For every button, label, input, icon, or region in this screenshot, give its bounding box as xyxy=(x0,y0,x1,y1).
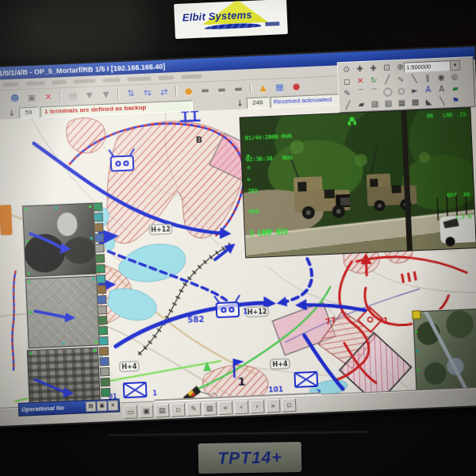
feed-arrow-icon[interactable]: ↓ xyxy=(7,109,17,118)
area-icon[interactable]: ▰ xyxy=(448,83,463,94)
polyline-icon[interactable]: ∿ xyxy=(393,74,408,85)
filter-icon[interactable]: ▼ xyxy=(83,89,97,102)
mini-close-button[interactable]: ✕ xyxy=(108,401,119,412)
sb-end-button[interactable]: ▫ xyxy=(282,398,297,413)
highlight-icon[interactable]: ⊙ xyxy=(340,63,354,75)
time-label-h4-b[interactable]: H+4 xyxy=(271,359,290,369)
layer-tile[interactable] xyxy=(100,378,109,387)
pan-icon[interactable]: ✚ xyxy=(353,63,367,75)
menu-item[interactable] xyxy=(2,83,18,87)
recon-thumbnail-ir[interactable] xyxy=(22,203,97,278)
textbox-icon[interactable]: A xyxy=(435,83,449,94)
center-icon[interactable]: ✚ xyxy=(367,63,381,74)
mini-grid-button[interactable]: ▤ xyxy=(86,401,97,413)
arrow-shape-icon[interactable]: ► xyxy=(408,85,422,96)
menu-item[interactable] xyxy=(181,75,202,79)
layer-tile[interactable] xyxy=(99,347,109,356)
menu-item[interactable] xyxy=(52,80,66,85)
tri-icon[interactable]: ◣ xyxy=(422,96,436,107)
mini-restore-button[interactable]: ▣ xyxy=(97,401,108,412)
menu-item[interactable] xyxy=(102,78,120,83)
flag-icon[interactable]: ⚑ xyxy=(449,95,463,106)
time-label-h12-b[interactable]: H+12 xyxy=(246,306,268,317)
layer-tile[interactable] xyxy=(94,244,104,253)
time-label-h12-a[interactable]: H+12 xyxy=(149,224,171,234)
satellite-thumbnail[interactable] xyxy=(413,309,476,390)
unit-symbol-infantry-1[interactable] xyxy=(124,382,147,397)
unit-symbol-hq-staff[interactable] xyxy=(179,111,200,121)
layer-tile[interactable] xyxy=(98,305,107,315)
nav-next-button[interactable]: › xyxy=(250,400,265,414)
brush-icon[interactable]: ╱ xyxy=(341,99,355,110)
tactical-map[interactable]: III 77 1 xyxy=(0,99,476,409)
fill-icon[interactable]: ▦ xyxy=(395,98,409,109)
layer-tile[interactable] xyxy=(99,357,109,367)
layer-tile[interactable] xyxy=(96,285,106,294)
sb-save-button[interactable]: ▤ xyxy=(155,404,170,418)
ack-arrow-icon[interactable]: ↓ xyxy=(236,98,245,108)
layer-tile[interactable] xyxy=(98,316,107,325)
select-icon[interactable]: ◻ xyxy=(340,75,354,86)
menu-item[interactable] xyxy=(127,76,151,81)
scale-dropdown-button[interactable]: ▾ xyxy=(450,60,461,71)
image-overlay-icon[interactable]: ▦ xyxy=(273,81,287,94)
layer-tile[interactable] xyxy=(94,233,104,243)
menu-item[interactable] xyxy=(25,81,44,86)
menu-item[interactable] xyxy=(73,79,95,83)
layer-tile[interactable] xyxy=(98,326,108,336)
layer-tile[interactable] xyxy=(93,202,102,212)
layer-tile[interactable] xyxy=(96,274,106,284)
diag-icon[interactable]: ╲ xyxy=(436,95,450,106)
recon-thumbnail-aerial[interactable] xyxy=(25,276,100,349)
layer-tile[interactable] xyxy=(94,223,103,232)
unit-symbol-recon-2[interactable] xyxy=(214,295,240,317)
menu-item[interactable] xyxy=(158,75,174,80)
alert-icon[interactable]: ▲ xyxy=(256,82,271,94)
vehicle-clear-icon[interactable]: ▬ xyxy=(232,83,246,95)
link-icon[interactable]: ⇆ xyxy=(140,86,155,99)
erase-icon[interactable]: ✕ xyxy=(353,75,367,86)
line-icon[interactable]: ╱ xyxy=(380,74,394,85)
sb-blank-button[interactable]: ▭ xyxy=(123,405,138,419)
layer-tile[interactable] xyxy=(95,254,105,263)
delete-icon[interactable]: ✕ xyxy=(41,91,56,104)
sync-icon[interactable]: ⇄ xyxy=(157,86,171,98)
nav-first-button[interactable]: « xyxy=(218,401,233,415)
nav-last-button[interactable]: » xyxy=(266,399,281,413)
sb-new-button[interactable]: ▫ xyxy=(171,403,186,417)
operator-icon[interactable]: ☻ xyxy=(8,92,22,105)
zoom-window-icon[interactable]: ⊡ xyxy=(380,62,394,73)
node-icon[interactable]: ◉ xyxy=(434,71,448,83)
globe-icon[interactable]: ● xyxy=(182,85,196,98)
arc2-icon[interactable]: ⌒ xyxy=(367,86,382,98)
layer-tile[interactable] xyxy=(100,367,109,377)
layer-tile[interactable] xyxy=(101,388,110,397)
layer-tile[interactable] xyxy=(95,264,105,274)
hatch-icon[interactable]: ▨ xyxy=(368,98,382,109)
layer-tile[interactable] xyxy=(97,295,106,305)
route-icon[interactable]: ⇅ xyxy=(124,87,138,100)
darkfill-icon[interactable]: ▩ xyxy=(409,97,423,108)
vehicle-track-icon[interactable]: ▬ xyxy=(215,83,229,96)
bar-icon[interactable]: ▰ xyxy=(355,99,369,110)
sb-open-button[interactable]: ▣ xyxy=(139,405,154,419)
print-icon[interactable]: ▤ xyxy=(66,90,80,102)
sb-erase-button[interactable]: ▨ xyxy=(202,401,217,416)
time-label-h4-a[interactable]: H+4 xyxy=(120,361,139,371)
pen-icon[interactable]: ✎ xyxy=(340,87,355,98)
nav-prev-button[interactable]: ‹ xyxy=(234,401,249,415)
contact-card-icon[interactable]: ▣ xyxy=(25,91,39,104)
unit-symbol-infantry-2[interactable] xyxy=(294,372,317,387)
layer-tile[interactable] xyxy=(98,336,108,346)
node-alt-icon[interactable]: ◎ xyxy=(447,71,462,83)
circle-icon[interactable]: ○ xyxy=(394,86,409,97)
hatch2-icon[interactable]: ▧ xyxy=(382,98,396,109)
record-icon[interactable]: ● xyxy=(290,80,304,93)
filter-alt-icon[interactable]: ▼ xyxy=(99,88,113,101)
slash-icon[interactable]: ╲ xyxy=(407,73,421,84)
vehicle-report-icon[interactable]: ▬ xyxy=(198,84,213,97)
parallel-icon[interactable]: ∥ xyxy=(420,72,435,83)
undo-icon[interactable]: ↻ xyxy=(367,75,381,86)
layer-tile[interactable] xyxy=(94,213,103,222)
arc-icon[interactable]: ⌒ xyxy=(354,87,368,98)
